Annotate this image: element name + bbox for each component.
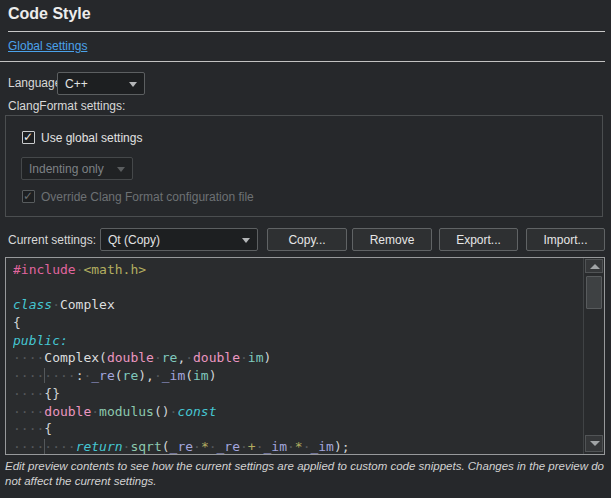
current-settings-label: Current settings: xyxy=(8,233,96,247)
use-global-settings-label[interactable]: Use global settings xyxy=(41,131,142,145)
use-global-settings-checkbox[interactable] xyxy=(22,131,35,144)
remove-button[interactable]: Remove xyxy=(352,228,432,251)
scrollbar-down-button[interactable] xyxy=(585,435,603,452)
code-line: ········return·sqrt(_re·*·_re·+·_im·*·_i… xyxy=(13,438,583,454)
chevron-down-icon xyxy=(242,238,250,243)
vertical-scrollbar[interactable] xyxy=(583,258,604,454)
footer-note: Edit preview contents to see how the cur… xyxy=(5,459,606,489)
current-settings-dropdown[interactable]: Qt (Copy) xyxy=(100,228,258,251)
code-line: ····Complex(double·re,·double·im) xyxy=(13,349,583,367)
override-clangformat-label: Override Clang Format configuration file xyxy=(41,190,254,204)
scrollbar-thumb[interactable] xyxy=(586,276,602,309)
arrow-down-icon xyxy=(590,441,600,446)
chevron-down-icon xyxy=(129,82,137,87)
clangformat-mode-value: Indenting only xyxy=(29,162,104,176)
current-settings-dropdown-value: Qt (Copy) xyxy=(108,233,160,247)
code-line: ····double·modulus()·const xyxy=(13,403,583,421)
global-settings-link[interactable]: Global settings xyxy=(8,39,87,53)
import-button[interactable]: Import... xyxy=(526,228,605,251)
language-dropdown-value: C++ xyxy=(65,77,88,91)
code-line: ····{ xyxy=(13,420,583,438)
chevron-down-icon xyxy=(117,167,125,172)
clangformat-section-label: ClangFormat settings: xyxy=(8,99,125,113)
clangformat-mode-dropdown: Indenting only xyxy=(21,157,133,180)
code-editor-content[interactable]: #include·<math.h> class·Complex{public:·… xyxy=(13,261,583,454)
arrow-up-icon xyxy=(590,264,600,269)
header-divider xyxy=(0,61,605,62)
code-line: public: xyxy=(13,332,583,350)
code-line xyxy=(13,279,583,297)
page-title: Code Style xyxy=(8,5,91,23)
code-line: ····{} xyxy=(13,385,583,403)
title-divider xyxy=(8,31,605,32)
export-button[interactable]: Export... xyxy=(439,228,518,251)
code-style-settings-page: { "page": { "title": "Code Style" }, "he… xyxy=(0,0,611,498)
code-line: { xyxy=(13,314,583,332)
scrollbar-up-button[interactable] xyxy=(585,259,603,273)
language-dropdown[interactable]: C++ xyxy=(57,72,145,95)
code-line: class·Complex xyxy=(13,296,583,314)
copy-button[interactable]: Copy... xyxy=(267,228,347,251)
code-line: ········:·_re(re),·_im(im) xyxy=(13,367,583,385)
code-preview-editor[interactable]: #include·<math.h> class·Complex{public:·… xyxy=(5,257,605,455)
override-clangformat-checkbox xyxy=(22,190,35,203)
code-line: #include·<math.h> xyxy=(13,261,583,279)
